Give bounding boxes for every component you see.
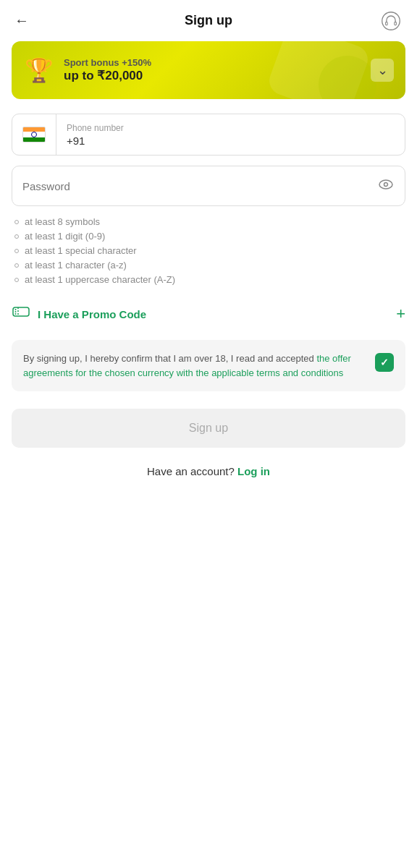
req-item: at least 1 uppercase character (A-Z): [14, 274, 403, 285]
req-item: at least 1 character (a-z): [14, 260, 403, 271]
country-selector[interactable]: [12, 114, 56, 155]
terms-text-before: By signing up, I hereby confirm that I a…: [23, 353, 316, 364]
svg-point-4: [384, 182, 388, 186]
promo-add-button[interactable]: +: [396, 305, 405, 323]
promo-left: I Have a Promo Code: [12, 302, 146, 326]
page-title: Sign up: [185, 13, 232, 28]
bonus-left: 🏆 Sport bonus +150% up to ₹20,000: [23, 54, 151, 86]
phone-input[interactable]: [67, 135, 395, 147]
svg-point-8: [15, 311, 17, 312]
toggle-password-icon[interactable]: [377, 176, 395, 197]
phone-label: Phone number: [67, 123, 395, 133]
promo-row: I Have a Promo Code +: [12, 299, 405, 340]
terms-box: By signing up, I hereby confirm that I a…: [12, 340, 405, 391]
req-dot: [14, 263, 19, 268]
req-text: at least 1 special character: [25, 245, 137, 256]
req-item: at least 8 symbols: [14, 216, 403, 227]
bonus-chevron-button[interactable]: ⌄: [371, 59, 394, 82]
login-row: Have an account? Log in: [12, 465, 405, 477]
req-dot: [14, 234, 19, 239]
form-container: Phone number at least 8 symbols at least…: [0, 114, 417, 477]
checkmark-icon: ✓: [380, 357, 389, 368]
password-field: [12, 166, 405, 206]
req-item: at least 1 special character: [14, 245, 403, 256]
india-flag: [22, 127, 46, 142]
req-dot: [14, 249, 19, 253]
req-dot: [14, 220, 19, 224]
headset-icon: [381, 11, 401, 31]
promo-label[interactable]: I Have a Promo Code: [38, 308, 146, 320]
terms-text: By signing up, I hereby confirm that I a…: [23, 352, 368, 380]
phone-field: Phone number: [12, 114, 405, 156]
signup-button[interactable]: Sign up: [12, 409, 405, 448]
bonus-banner[interactable]: 🏆 Sport bonus +150% up to ₹20,000 ⌄: [12, 41, 405, 99]
header: ← Sign up: [0, 0, 417, 41]
bonus-amount: up to ₹20,000: [64, 68, 151, 83]
svg-point-9: [15, 313, 17, 315]
help-button[interactable]: [379, 9, 403, 33]
phone-input-section: Phone number: [56, 117, 405, 153]
svg-point-7: [15, 309, 17, 310]
req-text: at least 1 digit (0-9): [25, 231, 105, 242]
req-text: at least 1 character (a-z): [25, 260, 127, 271]
back-button[interactable]: ←: [14, 12, 29, 29]
password-input[interactable]: [22, 180, 377, 192]
login-prompt-text: Have an account?: [147, 465, 235, 477]
trophy-icon: 🏆: [23, 54, 55, 86]
bonus-title: Sport bonus +150%: [64, 57, 151, 68]
promo-icon: [12, 302, 30, 326]
req-dot: [14, 278, 19, 282]
req-item: at least 1 digit (0-9): [14, 231, 403, 242]
login-link[interactable]: Log in: [237, 465, 270, 477]
password-requirements: at least 8 symbols at least 1 digit (0-9…: [12, 216, 405, 285]
bonus-text: Sport bonus +150% up to ₹20,000: [64, 57, 151, 83]
svg-point-3: [379, 180, 392, 189]
req-text: at least 8 symbols: [25, 216, 100, 227]
terms-checkbox[interactable]: ✓: [375, 353, 394, 372]
svg-point-0: [382, 12, 400, 30]
req-text: at least 1 uppercase character (A-Z): [25, 274, 175, 285]
